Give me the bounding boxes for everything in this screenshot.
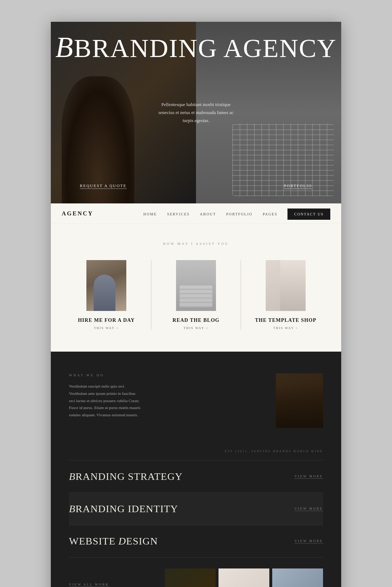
hero-buttons: REQUEST A QUOTE PORTFOLIO [51,183,341,189]
service-list-item-2: BRANDING IDENTITY VIEW MORE [69,493,323,525]
hero-section: BBRANDING AGENCY Pellentesque habitant m… [51,22,341,203]
service-list-link-1[interactable]: VIEW MORE [294,474,323,479]
nav-about[interactable]: ABOUT [200,210,216,217]
hero-title: BBRANDING AGENCY [51,33,341,62]
portfolio-thumbs [165,568,323,587]
service-list-title-3: WEBSITE DESIGN [69,535,158,547]
service-item-2: READ THE BLOG THIS WAY > [151,260,241,330]
service-link-2[interactable]: THIS WAY > [184,326,209,330]
service-item-1: HIRE ME FOR A DAY THIS WAY > [62,260,151,330]
service-list-link-3[interactable]: VIEW MORE [294,539,323,543]
navbar: AGENCY HOME SERVICES ABOUT PORTFOLIO PAG… [51,203,341,224]
dark-section-top: WHAT WE DO Vestibulum suscipit nulla qui… [69,373,323,428]
portfolio-thumb-2 [219,568,269,587]
services-grid: HIRE ME FOR A DAY THIS WAY > READ THE BL… [62,260,330,330]
nav-services[interactable]: SERVICES [167,210,189,217]
navbar-nav: HOME SERVICES ABOUT PORTFOLIO PAGES CONT… [143,210,330,217]
portfolio-footer: VIEW ALL WORK [51,558,341,587]
portfolio-button[interactable]: PORTFOLIO [284,183,312,189]
service-list-link-2[interactable]: VIEW MORE [294,507,323,511]
service-img-2 [176,260,216,311]
navbar-brand[interactable]: AGENCY [62,210,93,217]
nav-home[interactable]: HOME [143,210,157,217]
dark-section-image [276,373,323,428]
request-quote-button[interactable]: REQUEST A QUOTE [80,183,127,189]
service-title-2: READ THE BLOG [172,317,219,323]
service-img-1 [86,260,126,311]
browser-frame: BBRANDING AGENCY Pellentesque habitant m… [51,22,341,587]
what-we-do-label: WHAT WE DO [69,373,261,377]
services-section: HOW MAY I ASSIST YOU HIRE ME FOR A DAY T… [51,224,341,352]
services-label: HOW MAY I ASSIST YOU [62,242,330,246]
service-list-title-1: BRANDING STRATEGY [69,471,183,482]
service-link-3[interactable]: THIS WAY > [273,326,298,330]
service-item-3: THE TEMPLATE SHOP THIS WAY > [241,260,330,330]
service-list-item-1: BRANDING STRATEGY VIEW MORE [69,461,323,493]
services-list: BRANDING STRATEGY VIEW MORE BRANDING IDE… [69,460,323,558]
service-title-3: THE TEMPLATE SHOP [255,317,317,323]
nav-contact[interactable]: CONTACT US [287,210,330,217]
service-list-item-3: WEBSITE DESIGN VIEW MORE [69,525,323,558]
service-title-1: HIRE ME FOR A DAY [78,317,135,323]
service-img-3 [266,260,306,311]
view-all-button[interactable]: VIEW ALL WORK [69,583,109,587]
dark-section-text: WHAT WE DO Vestibulum suscipit nulla qui… [69,373,261,428]
service-link-1[interactable]: THIS WAY > [94,326,119,330]
nav-pages[interactable]: PAGES [263,210,278,217]
portfolio-thumb-1 [165,568,216,587]
dark-section: WHAT WE DO Vestibulum suscipit nulla qui… [51,352,341,558]
portfolio-thumb-3 [272,568,323,587]
what-we-do-body: Vestibulum suscipit nulla quis orci. Ves… [69,383,142,419]
service-list-title-2: BRANDING IDENTITY [69,503,178,515]
est-text: EST 12012. SERVING BRANDS WORLD WIDE [69,446,323,460]
nav-portfolio[interactable]: PORTFOLIO [226,210,252,217]
hero-subtitle: Pellentesque habitant morbi tristique se… [156,101,236,125]
